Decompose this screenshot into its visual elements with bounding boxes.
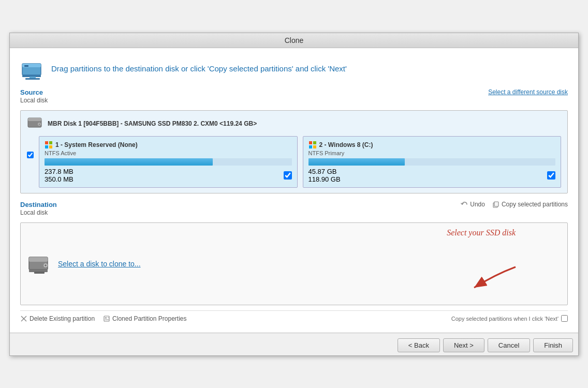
finish-button[interactable]: Finish bbox=[533, 338, 573, 352]
properties-button[interactable]: Cloned Partition Properties bbox=[103, 315, 186, 322]
source-disk-container: MBR Disk 1 [904F5BBB] - SAMSUNG SSD PM83… bbox=[20, 110, 568, 193]
svg-point-23 bbox=[45, 264, 47, 266]
partition-1-name: 1 - System Reserved (None) bbox=[55, 141, 138, 148]
partition-1-box: 1 - System Reserved (None) NTFS Active 2… bbox=[39, 136, 298, 188]
svg-rect-10 bbox=[45, 141, 48, 144]
partition-2-progress-fill bbox=[308, 158, 405, 166]
svg-rect-2 bbox=[24, 65, 28, 67]
svg-point-9 bbox=[39, 123, 40, 125]
properties-label: Cloned Partition Properties bbox=[112, 315, 186, 322]
partition-1-progress-fill bbox=[45, 158, 213, 166]
source-left-checkbox[interactable] bbox=[27, 152, 34, 158]
destination-label: Destination bbox=[20, 201, 57, 208]
destination-disk-container: Select a disk to clone to... Select your… bbox=[20, 222, 568, 305]
copy-when-label: Copy selected partitions when I click 'N… bbox=[451, 316, 558, 322]
bottom-toolbar: Delete Existing partition Cloned Partiti… bbox=[20, 310, 568, 324]
select-source-link[interactable]: Select a different source disk bbox=[488, 88, 568, 96]
delete-icon bbox=[20, 315, 27, 322]
destination-sublabel: Local disk bbox=[20, 209, 57, 216]
copy-icon bbox=[492, 201, 499, 208]
destination-section-header: Destination Local disk Undo Copy se bbox=[20, 201, 568, 219]
copy-when-checkbox[interactable] bbox=[561, 315, 568, 322]
svg-rect-11 bbox=[49, 141, 52, 144]
copy-partitions-button[interactable]: Copy selected partitions bbox=[492, 201, 568, 208]
partition-2-size-text: 45.87 GB 118.90 GB bbox=[308, 168, 341, 183]
delete-label: Delete Existing partition bbox=[30, 315, 95, 322]
instruction-text: Drag partitions to the destination disk … bbox=[51, 64, 347, 73]
svg-rect-16 bbox=[309, 145, 312, 148]
partition-1-progress-bg bbox=[45, 158, 292, 166]
undo-label: Undo bbox=[470, 201, 485, 208]
select-disk-link[interactable]: Select a disk to clone to... bbox=[58, 260, 141, 268]
copy-label: Copy selected partitions bbox=[502, 201, 568, 208]
partition-2-sizes: 45.87 GB 118.90 GB bbox=[308, 168, 556, 183]
partition-1-header: 1 - System Reserved (None) bbox=[45, 141, 292, 149]
partition-1-sizes: 237.8 MB 350.0 MB bbox=[45, 168, 292, 183]
partition-1-checkbox[interactable] bbox=[284, 171, 292, 180]
annotation-label: Select your SSD disk bbox=[447, 228, 516, 237]
partition-2-box: 2 - Windows 8 (C:) NTFS Primary 45.87 GB… bbox=[303, 136, 562, 188]
source-label: Source bbox=[20, 88, 48, 96]
cancel-button[interactable]: Cancel bbox=[488, 338, 530, 352]
svg-rect-30 bbox=[105, 317, 107, 319]
source-disk-title: MBR Disk 1 [904F5BBB] - SAMSUNG SSD PM83… bbox=[48, 120, 257, 127]
main-content: Drag partitions to the destination disk … bbox=[10, 48, 578, 333]
next-button[interactable]: Next > bbox=[443, 338, 484, 352]
footer-buttons: < Back Next > Cancel Finish bbox=[10, 333, 578, 355]
destination-labels: Destination Local disk bbox=[20, 201, 57, 219]
partition-1-used: 237.8 MB bbox=[45, 168, 74, 175]
partition-2-header: 2 - Windows 8 (C:) bbox=[308, 141, 556, 149]
instruction-bar: Drag partitions to the destination disk … bbox=[20, 56, 568, 81]
source-labels: Source Local disk bbox=[20, 88, 48, 107]
partition-2-checkbox[interactable] bbox=[547, 171, 555, 180]
source-checkbox-left[interactable] bbox=[27, 136, 34, 158]
source-disk-icon bbox=[27, 116, 43, 132]
destination-disk-icon bbox=[27, 253, 52, 275]
partition-2-total: 118.90 GB bbox=[308, 175, 341, 183]
delete-partition-button[interactable]: Delete Existing partition bbox=[20, 315, 95, 322]
undo-button[interactable]: Undo bbox=[461, 201, 485, 208]
svg-rect-13 bbox=[49, 145, 52, 148]
svg-rect-25 bbox=[34, 272, 45, 274]
svg-rect-5 bbox=[25, 78, 40, 80]
source-disk-header: MBR Disk 1 [904F5BBB] - SAMSUNG SSD PM83… bbox=[27, 116, 561, 132]
clone-icon bbox=[20, 56, 45, 81]
destination-toolbar: Undo Copy selected partitions bbox=[461, 201, 568, 208]
partitions-row: 1 - System Reserved (None) NTFS Active 2… bbox=[27, 136, 561, 188]
svg-rect-12 bbox=[45, 145, 48, 148]
svg-rect-7 bbox=[28, 118, 41, 121]
partition-1-total: 350.0 MB bbox=[45, 175, 74, 183]
partition-2-type: NTFS Primary bbox=[308, 150, 556, 156]
annotation-text: Select your SSD disk bbox=[447, 228, 516, 237]
partition-2-progress-bg bbox=[308, 158, 556, 166]
svg-rect-19 bbox=[494, 202, 498, 206]
partition-1-size-text: 237.8 MB 350.0 MB bbox=[45, 168, 74, 183]
window-title: Clone bbox=[285, 36, 304, 44]
svg-rect-15 bbox=[313, 141, 316, 144]
properties-icon bbox=[103, 315, 110, 322]
source-section-header: Source Local disk Select a different sou… bbox=[20, 88, 568, 107]
partition-1-type: NTFS Active bbox=[45, 150, 292, 156]
source-sublabel: Local disk bbox=[20, 97, 48, 104]
back-button[interactable]: < Back bbox=[398, 338, 440, 352]
copy-when-section: Copy selected partitions when I click 'N… bbox=[451, 315, 568, 322]
partition-2-used: 45.87 GB bbox=[308, 168, 341, 175]
partition-2-name: 2 - Windows 8 (C:) bbox=[319, 141, 373, 148]
main-window: Clone Drag partitions to the destination… bbox=[9, 33, 579, 356]
annotation-arrow-svg bbox=[464, 264, 526, 295]
svg-rect-14 bbox=[309, 141, 312, 144]
svg-rect-17 bbox=[313, 145, 316, 148]
title-bar: Clone bbox=[10, 33, 578, 48]
undo-icon bbox=[461, 201, 468, 208]
svg-rect-21 bbox=[29, 257, 48, 262]
